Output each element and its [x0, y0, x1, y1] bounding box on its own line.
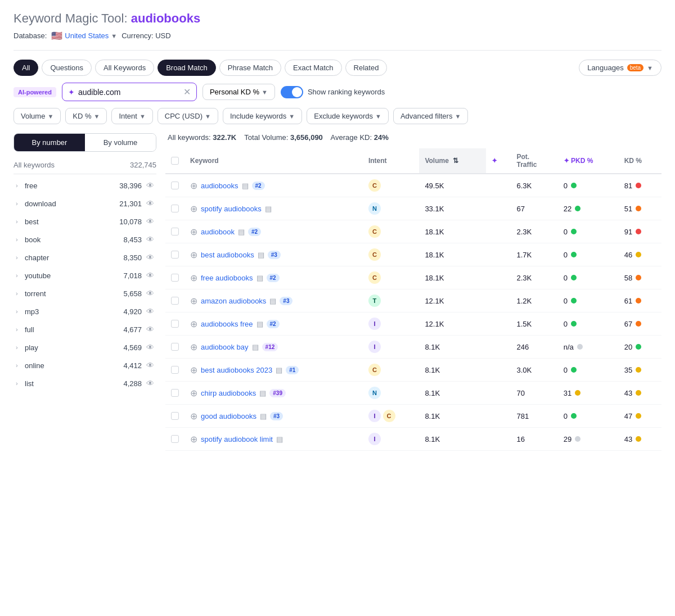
serp-icon[interactable]: ▤ [276, 366, 282, 374]
tab-all-keywords[interactable]: All Keywords [95, 60, 154, 76]
database-selector[interactable]: 🇺🇸 United States ▼ [51, 30, 117, 41]
row-checkbox[interactable] [171, 297, 179, 305]
list-item[interactable]: › play 4,569 👁 [14, 338, 156, 356]
serp-icon[interactable]: ▤ [260, 412, 267, 420]
tab-questions[interactable]: Questions [42, 60, 92, 76]
keyword-link[interactable]: audiobook [201, 228, 235, 236]
search-input[interactable] [78, 88, 180, 97]
filter-cpc[interactable]: CPC (USD) ▼ [158, 108, 218, 124]
add-icon[interactable]: ⊕ [190, 250, 197, 260]
add-icon[interactable]: ⊕ [190, 203, 197, 214]
row-checkbox[interactable] [171, 435, 179, 443]
list-item[interactable]: › download 21,301 👁 [14, 194, 156, 212]
eye-icon[interactable]: 👁 [146, 271, 154, 280]
list-item[interactable]: › full 4,677 👁 [14, 320, 156, 338]
row-checkbox[interactable] [171, 182, 179, 189]
add-icon[interactable]: ⊕ [190, 296, 197, 306]
add-icon[interactable]: ⊕ [190, 365, 197, 375]
eye-icon[interactable]: 👁 [146, 199, 154, 208]
serp-icon[interactable]: ▤ [265, 205, 272, 213]
filter-exclude[interactable]: Exclude keywords ▼ [307, 108, 389, 124]
keyword-link[interactable]: good audiobooks [201, 412, 256, 420]
keyword-link[interactable]: audiobooks [201, 182, 238, 190]
tab-related[interactable]: Related [345, 60, 388, 76]
list-item[interactable]: › youtube 7,018 👁 [14, 266, 156, 284]
eye-icon[interactable]: 👁 [146, 181, 154, 190]
list-item[interactable]: › best 10,078 👁 [14, 212, 156, 230]
tab-broad-match[interactable]: Broad Match [158, 60, 216, 76]
col-volume[interactable]: Volume ⇅ [419, 148, 486, 174]
keyword-link[interactable]: audiobooks free [201, 320, 253, 328]
list-item[interactable]: › list 4,288 👁 [14, 374, 156, 392]
keyword-link[interactable]: chirp audiobooks [201, 389, 256, 397]
tab-all[interactable]: All [14, 60, 38, 76]
row-checkbox[interactable] [171, 320, 179, 328]
serp-icon[interactable]: ▤ [238, 228, 245, 236]
serp-icon[interactable]: ▤ [256, 320, 263, 328]
sidebar-tab-by-number[interactable]: By number [14, 134, 85, 151]
sidebar-tab-by-volume[interactable]: By volume [85, 134, 156, 151]
ranking-keywords-toggle[interactable] [281, 86, 303, 98]
keyword-link[interactable]: best audiobooks [201, 251, 254, 259]
eye-icon[interactable]: 👁 [146, 361, 154, 370]
filter-intent[interactable]: Intent ▼ [111, 108, 152, 124]
eye-icon[interactable]: 👁 [146, 343, 154, 352]
row-checkbox[interactable] [171, 251, 179, 259]
row-checkbox[interactable] [171, 366, 179, 374]
search-input-wrap[interactable]: ✦ ✕ [62, 83, 197, 101]
filter-include[interactable]: Include keywords ▼ [223, 108, 302, 124]
add-icon[interactable]: ⊕ [190, 411, 197, 422]
list-item[interactable]: › mp3 4,920 👁 [14, 302, 156, 320]
list-item[interactable]: › book 8,453 👁 [14, 230, 156, 248]
add-icon[interactable]: ⊕ [190, 180, 197, 191]
volume-cell: 49.5K [419, 174, 486, 197]
add-icon[interactable]: ⊕ [190, 319, 197, 329]
languages-button[interactable]: Languages beta ▼ [579, 60, 662, 76]
serp-icon[interactable]: ▤ [242, 182, 249, 190]
filter-kd[interactable]: KD % ▼ [65, 108, 107, 124]
list-item[interactable]: › chapter 8,350 👁 [14, 248, 156, 266]
serp-icon[interactable]: ▤ [256, 274, 263, 282]
add-icon[interactable]: ⊕ [190, 434, 197, 445]
eye-icon[interactable]: 👁 [146, 253, 154, 262]
row-checkbox[interactable] [171, 205, 179, 212]
row-checkbox[interactable] [171, 274, 179, 282]
serp-icon[interactable]: ▤ [252, 343, 259, 351]
filter-advanced[interactable]: Advanced filters ▼ [393, 108, 468, 124]
serp-icon[interactable]: ▤ [259, 389, 266, 397]
row-checkbox[interactable] [171, 343, 179, 351]
select-all-checkbox[interactable] [171, 157, 179, 165]
serp-icon[interactable]: ▤ [258, 251, 264, 259]
keyword-link[interactable]: free audiobooks [201, 274, 253, 282]
clear-icon[interactable]: ✕ [183, 87, 191, 97]
row-checkbox[interactable] [171, 228, 179, 235]
list-item[interactable]: › free 38,396 👁 [14, 176, 156, 194]
sidebar-keyword-label: full [25, 325, 123, 334]
keyword-link[interactable]: spotify audiobooks [201, 205, 262, 213]
sidebar-keyword-label: book [25, 235, 123, 244]
filter-volume[interactable]: Volume ▼ [14, 108, 61, 124]
eye-icon[interactable]: 👁 [146, 379, 154, 388]
add-icon[interactable]: ⊕ [190, 227, 197, 237]
keyword-link[interactable]: spotify audiobook limit [201, 435, 273, 443]
eye-icon[interactable]: 👁 [146, 307, 154, 316]
list-item[interactable]: › online 4,412 👁 [14, 356, 156, 374]
eye-icon[interactable]: 👁 [146, 289, 154, 298]
keyword-link[interactable]: best audiobooks 2023 [201, 366, 272, 374]
eye-icon[interactable]: 👁 [146, 325, 154, 334]
row-checkbox[interactable] [171, 412, 179, 420]
keyword-link[interactable]: amazon audiobooks [201, 297, 266, 305]
row-checkbox[interactable] [171, 389, 179, 397]
tab-phrase-match[interactable]: Phrase Match [219, 60, 281, 76]
add-icon[interactable]: ⊕ [190, 342, 197, 352]
add-icon[interactable]: ⊕ [190, 273, 197, 283]
serp-icon[interactable]: ▤ [269, 297, 276, 305]
add-icon[interactable]: ⊕ [190, 388, 197, 398]
keyword-link[interactable]: audiobook bay [201, 343, 249, 351]
serp-icon[interactable]: ▤ [276, 435, 283, 443]
kd-selector[interactable]: Personal KD % ▼ [202, 84, 275, 100]
list-item[interactable]: › torrent 5,658 👁 [14, 284, 156, 302]
eye-icon[interactable]: 👁 [146, 235, 154, 244]
tab-exact-match[interactable]: Exact Match [285, 60, 342, 76]
eye-icon[interactable]: 👁 [146, 217, 154, 226]
